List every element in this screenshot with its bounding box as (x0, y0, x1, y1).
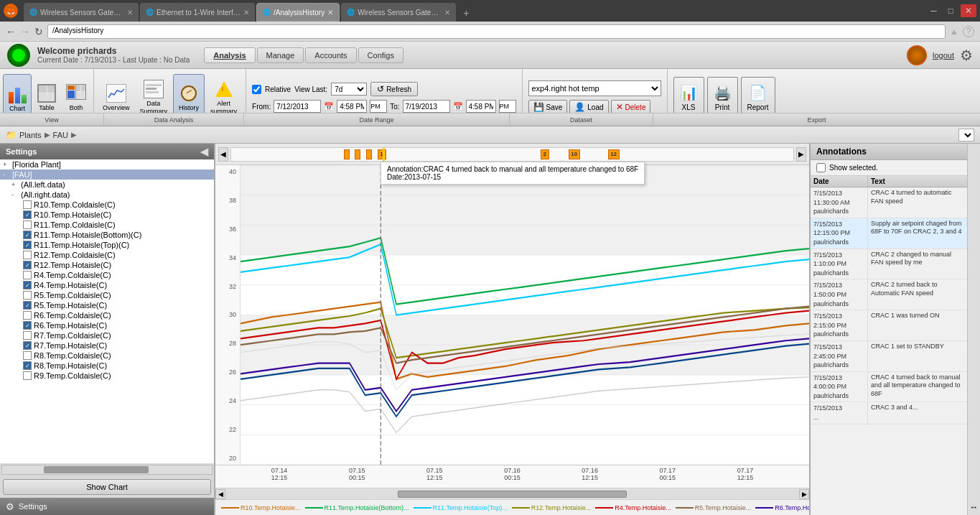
tl-scroll-thumb[interactable] (383, 148, 385, 161)
tree-item-all-right[interactable]: - (All.right.data) (0, 190, 214, 200)
from-time-input[interactable] (337, 100, 367, 113)
cb12[interactable] (23, 311, 32, 320)
browser-tab-4[interactable]: 🌐 Wireless Sensors Gateway GB1-001-20...… (341, 3, 456, 22)
print-btn[interactable]: 🖨️ Print (707, 77, 738, 119)
browser-tab-3[interactable]: 🌐 /AnalysisHistory ✕ (256, 3, 340, 22)
nav-accounts[interactable]: Accounts (305, 47, 356, 63)
help-btn[interactable]: ? (963, 26, 974, 37)
to-date-input[interactable] (403, 100, 450, 113)
cb17[interactable]: ✓ (23, 361, 32, 370)
maximize-btn[interactable]: □ (944, 4, 958, 17)
ann-row[interactable]: 7/15/20131:10:00 PMpaulrichards CRAC 2 c… (811, 249, 967, 280)
chart-hscroll[interactable]: ◀ ▶ (215, 488, 809, 499)
tl-marker-2[interactable] (355, 149, 360, 159)
tl-marker-num10[interactable]: 10 (569, 149, 580, 159)
list-item[interactable]: R10.Temp.Coldaisle(C) (0, 200, 214, 210)
list-item[interactable]: ✓R6.Temp.Hotaisle(C) (0, 320, 214, 330)
delete-btn[interactable]: ✕ Delete (611, 100, 651, 114)
expand-side-btn[interactable]: ↔ (967, 144, 980, 515)
list-item[interactable]: ✓R11.Temp.Hotaisle(Bottom)(C) (0, 230, 214, 240)
tl-marker-num2[interactable]: 2 (541, 149, 549, 159)
list-item[interactable]: ✓R10.Temp.Hotaisle(C) (0, 210, 214, 220)
chart-hscroll-right[interactable]: ▶ (799, 489, 809, 499)
list-item[interactable]: ✓R12.Temp.Hotaisle(C) (0, 260, 214, 270)
from-date-icon[interactable]: 📅 (324, 102, 334, 111)
tl-right-arrow[interactable]: ▶ (796, 147, 806, 162)
nav-analysis[interactable]: Analysis (204, 47, 255, 63)
from-ampm[interactable] (370, 100, 387, 113)
tree-item-florida[interactable]: + [Florida Plant] (0, 159, 214, 170)
back-btn[interactable]: ← (6, 26, 16, 37)
list-item[interactable]: R6.Temp.Coldaisle(C) (0, 310, 214, 320)
tab4-close[interactable]: ✕ (444, 9, 450, 17)
cb4[interactable]: ✓ (23, 231, 32, 239)
tree-item-fau[interactable]: - [FAU] (0, 170, 214, 180)
tl-marker-num12[interactable]: 12 (608, 149, 620, 159)
cb11[interactable]: ✓ (23, 301, 32, 310)
reload-btn[interactable]: ↻ (34, 26, 43, 37)
dataset-select[interactable]: exp4.right hot temp (528, 80, 661, 96)
from-date-input[interactable] (274, 100, 321, 113)
list-item[interactable]: R5.Temp.Coldaisle(C) (0, 290, 214, 300)
save-btn[interactable]: 💾 Save (528, 100, 568, 114)
browser-tab-2[interactable]: 🌐 Ethernet to 1-Wire Interface ✕ (140, 3, 255, 22)
tab1-close[interactable]: ✕ (127, 9, 133, 17)
show-selected-checkbox[interactable] (816, 163, 826, 172)
cb5[interactable]: ✓ (23, 241, 32, 249)
chart-hscroll-left[interactable]: ◀ (215, 489, 225, 499)
cb8[interactable] (23, 271, 32, 279)
forward-btn[interactable]: → (20, 26, 30, 37)
new-tab-btn[interactable]: + (457, 4, 475, 22)
cb3[interactable] (23, 221, 32, 229)
tree-item-all-left[interactable]: + (All.left.data) (0, 180, 214, 190)
nav-manage[interactable]: Manage (257, 47, 304, 63)
list-item[interactable]: ✓R5.Temp.Hotaisle(C) (0, 300, 214, 310)
ann-row[interactable]: 7/15/201311:30:00 AMpaulrichards CRAC 4 … (811, 187, 967, 218)
cb16[interactable] (23, 351, 32, 360)
show-chart-btn[interactable]: Show Chart (3, 479, 211, 495)
cb7[interactable]: ✓ (23, 261, 32, 269)
list-item[interactable]: R8.Temp.Coldaisle(C) (0, 351, 214, 361)
close-btn[interactable]: ✕ (961, 4, 976, 17)
browser-tab-1[interactable]: 🌐 Wireless Sensors Gateway GB1-001-20...… (24, 3, 139, 22)
to-time-input[interactable] (466, 100, 496, 113)
to-date-icon[interactable]: 📅 (453, 102, 463, 111)
ann-row[interactable]: 7/15/20131:50:00 PMpaulrichards CRAC 2 t… (811, 279, 967, 310)
tl-marker-1[interactable] (344, 149, 350, 159)
tab2-close[interactable]: ✕ (243, 9, 249, 17)
cb9[interactable]: ✓ (23, 281, 32, 289)
nav-configs[interactable]: Configs (358, 47, 403, 63)
list-item[interactable]: R7.Temp.Coldaisle(C) (0, 330, 214, 340)
cb6[interactable] (23, 251, 32, 259)
cb13[interactable]: ✓ (23, 321, 32, 330)
load-btn[interactable]: 👤 Load (569, 100, 608, 114)
tl-marker-3[interactable] (366, 149, 372, 159)
list-item[interactable]: ✓R4.Temp.Hotaisle(C) (0, 280, 214, 290)
report-btn[interactable]: 📄 Report (741, 77, 775, 119)
nav-up-btn[interactable]: ▲ (950, 27, 958, 37)
bc-fau[interactable]: FAU (53, 131, 68, 139)
bc-plants[interactable]: Plants (19, 131, 42, 139)
cb2[interactable]: ✓ (23, 210, 32, 219)
logout-btn[interactable]: logout (933, 51, 954, 60)
panel-hscroll[interactable] (1, 465, 213, 475)
view-last-select[interactable]: 7d (331, 83, 367, 96)
tab3-close[interactable]: ✕ (327, 9, 333, 17)
ann-row[interactable]: 7/15/20132:45:00 PMpaulrichards CRAC 1 s… (811, 341, 967, 372)
to-ampm[interactable] (499, 100, 516, 113)
ann-row[interactable]: 7/15/2013... CRAC 3 and 4... (811, 402, 967, 424)
chart-hscroll-thumb[interactable] (398, 491, 627, 498)
list-item[interactable]: ✓R11.Temp.Hotaisle(Top)(C) (0, 240, 214, 250)
cb18[interactable] (23, 371, 32, 380)
list-item[interactable]: ✓R8.Temp.Hotaisle(C) (0, 361, 214, 371)
bc-dropdown[interactable] (958, 129, 974, 141)
cb14[interactable] (23, 331, 32, 340)
tl-left-arrow[interactable]: ◀ (218, 147, 228, 162)
url-input[interactable]: /AnalysisHistory (47, 24, 946, 39)
refresh-btn[interactable]: ↺ Refresh (370, 82, 418, 96)
cb15[interactable]: ✓ (23, 341, 32, 350)
ann-row[interactable]: 7/15/201312:15:00 PMpaulrichards Supply … (811, 218, 967, 249)
list-item[interactable]: ✓R7.Temp.Hotaisle(C) (0, 340, 214, 351)
list-item[interactable]: R12.Temp.Coldaisle(C) (0, 250, 214, 260)
gear-icon[interactable]: ⚙ (960, 47, 973, 64)
